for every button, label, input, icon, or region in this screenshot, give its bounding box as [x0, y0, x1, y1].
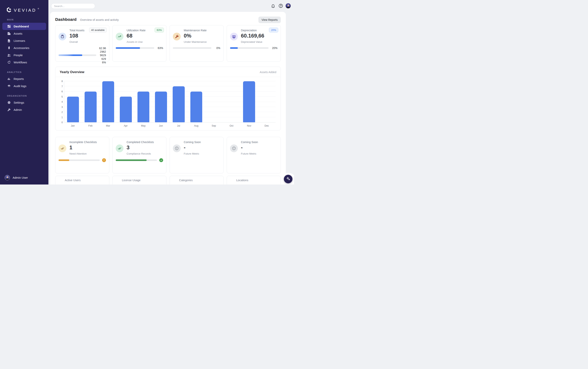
chart-bars [64, 81, 276, 122]
sidebar: VEVIAD ® MAIN Dashboard Assets Lic [0, 0, 48, 184]
sidebar-item-label: Assets [14, 32, 22, 35]
stat-subtitle: Overall [69, 41, 84, 43]
notifications-bell-icon[interactable] [270, 3, 276, 9]
nav-section-main: MAIN [0, 13, 48, 23]
stat-subtitle: Under Maintenance [184, 41, 207, 43]
progress-track [173, 47, 211, 49]
summary-title: License Usage [122, 179, 163, 182]
card-active-users: Active Users 4/4 [55, 176, 109, 184]
stat-value: 60.169,66 [241, 33, 264, 39]
x-label-jul: Jul [170, 124, 187, 127]
double-check-icon [116, 144, 124, 152]
double-check-icon [59, 144, 66, 152]
bar-dec [258, 81, 276, 122]
stat-subtitle: Future Metric [241, 152, 258, 155]
stat-subtitle: Assets in Use [127, 41, 146, 43]
summary-title: Locations [236, 179, 278, 182]
brand-registered-mark: ® [38, 8, 39, 10]
stat-title: Depreciation [241, 29, 264, 32]
stat-cards-row: 40 available Total Assets 108 Overall 62… [55, 25, 281, 62]
stat-title: Incomplete Checklists [69, 141, 97, 144]
chart-x-labels: JanFebMarAprMayJunJulAugSepOctNovDec [55, 123, 281, 127]
progress-track [59, 54, 96, 56]
status-badge: 63% [155, 28, 164, 32]
progress-fill [116, 47, 140, 49]
sidebar-item-label: People [14, 53, 23, 57]
sidebar-item-label: Settings [14, 101, 24, 104]
sidebar-item-audit-logs[interactable]: Audit logs [2, 82, 46, 90]
x-label-feb: Feb [82, 124, 99, 127]
stat-title: Maintenance Rate [184, 29, 207, 32]
sidebar-item-accessories[interactable]: Accessories [2, 44, 46, 51]
view-reports-button[interactable]: View Reports [258, 17, 281, 23]
checklist-cards-row: Incomplete Checklists 1 Need Attention ! [55, 137, 281, 174]
card-completed-checklists: Completed Checklists 3 Compliance Record… [112, 137, 166, 174]
sidebar-item-settings[interactable]: Settings [2, 99, 46, 106]
sidebar-item-workflows[interactable]: Workflows [2, 59, 46, 66]
help-icon[interactable] [278, 3, 283, 9]
bar-nov [240, 81, 258, 122]
progress-fill [116, 159, 147, 161]
check-icon [159, 158, 163, 162]
bar-feb [82, 81, 100, 122]
gear-icon [7, 101, 11, 105]
stat-card-utilization-rate: 63% Utilization Rate 68 Assets in Use 63… [112, 25, 166, 62]
progress-label: 62.96296296296296% [99, 46, 106, 64]
sidebar-item-licenses[interactable]: Licenses [2, 37, 46, 44]
sidebar-item-reports[interactable]: Reports [2, 75, 46, 82]
bar-may [134, 81, 152, 122]
sidebar-item-label: Licenses [14, 39, 25, 42]
brand-name: VEVIAD [14, 8, 37, 13]
sidebar-item-dashboard[interactable]: Dashboard [2, 23, 46, 30]
page-title: Dashboard [55, 17, 77, 22]
yearly-overview-card: Yearly Overview Assets Added 012345678 J… [55, 67, 281, 131]
stat-value: 0% [184, 33, 207, 39]
bar-mar [99, 81, 117, 122]
progress-label: 20% [271, 46, 278, 50]
sidebar-user[interactable]: Admin User [0, 174, 48, 182]
page-subtitle: Overview of assets and activity [80, 18, 119, 21]
bar-chart-icon [7, 77, 11, 81]
stat-subtitle: Compliance Records [127, 152, 154, 155]
sidebar-item-label: Audit logs [14, 84, 26, 88]
status-badge: 40 available [89, 28, 107, 32]
progress-fill [230, 47, 238, 49]
progress-fill [59, 159, 69, 161]
sidebar-item-assets[interactable]: Assets [2, 30, 46, 37]
brand-hexagon-play-icon [7, 7, 12, 13]
progress-track [59, 159, 100, 161]
ai-assistant-button[interactable] [284, 175, 292, 183]
card-incomplete-checklists: Incomplete Checklists 1 Need Attention ! [55, 137, 109, 174]
chart-plot [64, 81, 276, 123]
stat-title: Coming Soon [184, 141, 201, 144]
info-icon [173, 144, 181, 152]
stat-card-total-assets: 40 available Total Assets 108 Overall 62… [55, 25, 109, 62]
search-input[interactable] [51, 3, 95, 9]
stat-title: Total Assets [69, 29, 84, 32]
banknote-icon [230, 33, 238, 41]
sidebar-item-admin[interactable]: Admin [2, 106, 46, 113]
summary-value: 8 [179, 184, 182, 184]
stat-value: - [184, 145, 201, 151]
stat-value: 3 [127, 145, 154, 151]
paperclip-icon [7, 46, 11, 50]
x-label-may: May [134, 124, 152, 127]
user-avatar [5, 175, 10, 180]
archive-box-icon [59, 33, 66, 41]
progress-label: 0% [214, 46, 220, 50]
sidebar-item-people[interactable]: People [2, 51, 46, 59]
nav-section-analytics: ANALYTICS [0, 66, 48, 75]
progress-label: 63% [156, 46, 163, 50]
user-name: Admin User [13, 176, 28, 179]
building-icon [7, 32, 11, 36]
profile-avatar[interactable] [285, 3, 291, 9]
summary-value: 0/0 [122, 184, 130, 184]
stat-title: Utilization Rate [127, 29, 146, 32]
bar-oct [223, 81, 240, 122]
stat-card-maintenance-rate: Maintenance Rate 0% Under Maintenance 0% [170, 25, 224, 62]
bar-jan [64, 81, 82, 122]
stat-card-depreciation: 20% Depreciation 60.169,66 Depreciated V… [227, 25, 281, 62]
card-coming-soon-1: Coming Soon - Future Metric [170, 137, 224, 174]
card-locations: Locations 1 [227, 176, 281, 184]
bar-jun [152, 81, 170, 122]
